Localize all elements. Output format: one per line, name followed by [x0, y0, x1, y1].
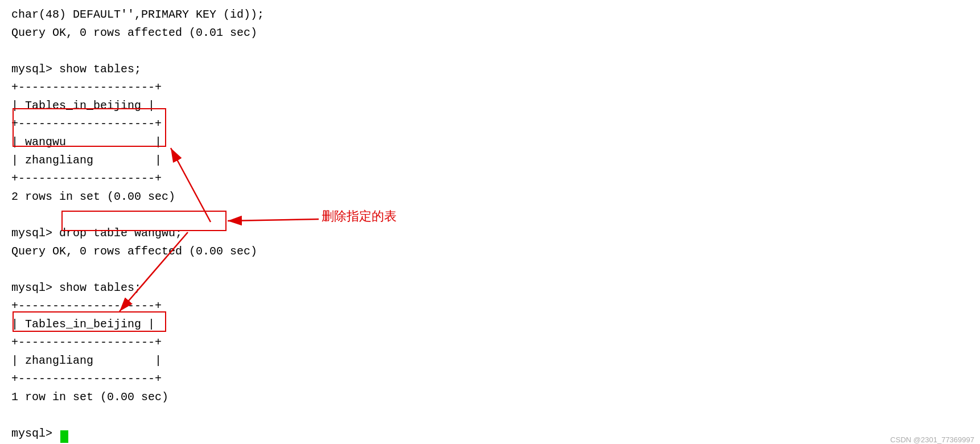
terminal-line-17: +--------------------+ [11, 297, 969, 315]
terminal-line-6: | Tables_in_beijing | [11, 97, 969, 115]
terminal-line-5: +--------------------+ [11, 79, 969, 97]
cursor [60, 430, 68, 443]
terminal-line-4: mysql> show tables; [11, 60, 969, 79]
terminal-line-12 [11, 206, 969, 224]
terminal-line-22: 1 row in set (0.00 sec) [11, 388, 969, 406]
terminal-line-1: char(48) DEFAULT'',PRIMARY KEY (id)); [11, 6, 969, 24]
terminal-line-14: Query OK, 0 rows affected (0.00 sec) [11, 242, 969, 261]
watermark: CSDN @2301_77369997 [890, 435, 974, 444]
terminal-line-24: mysql> [11, 425, 969, 443]
terminal-line-2: Query OK, 0 rows affected (0.01 sec) [11, 24, 969, 42]
terminal-line-19: +--------------------+ [11, 334, 969, 352]
terminal-line-15 [11, 261, 969, 279]
terminal-line-13: mysql> drop table wangwu; [11, 224, 969, 242]
terminal-line-3 [11, 42, 969, 60]
terminal: char(48) DEFAULT'',PRIMARY KEY (id)); Qu… [0, 0, 980, 444]
terminal-line-10: +--------------------+ [11, 170, 969, 188]
terminal-line-21: +--------------------+ [11, 370, 969, 388]
terminal-line-7: +--------------------+ [11, 115, 969, 133]
terminal-line-9: | zhangliang | [11, 151, 969, 170]
terminal-line-8: | wangwu | [11, 133, 969, 151]
terminal-line-16: mysql> show tables; [11, 279, 969, 297]
terminal-line-11: 2 rows in set (0.00 sec) [11, 188, 969, 206]
terminal-line-18: | Tables_in_beijing | [11, 315, 969, 334]
terminal-line-20: | zhangliang | [11, 352, 969, 370]
terminal-line-23 [11, 406, 969, 425]
